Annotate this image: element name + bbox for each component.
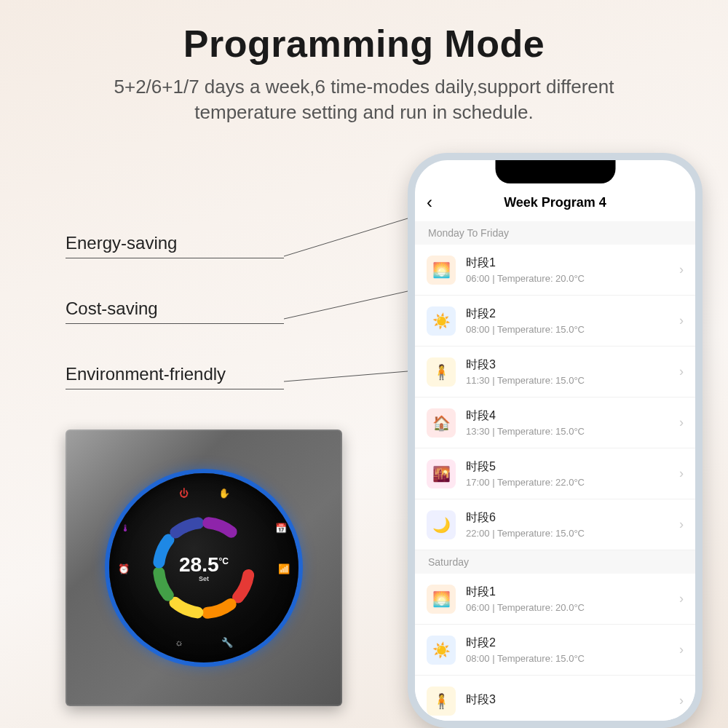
schedule-item-title: 时段1 xyxy=(466,585,675,600)
home-icon: 🏠 xyxy=(427,408,456,438)
schedule-item-title: 时段3 xyxy=(466,357,675,373)
thermostat-device: 28.5°C Set ⏻ ✋ 🌡 📅 ⏰ 📶 ☼ 🔧 xyxy=(66,430,342,706)
schedule-item[interactable]: ☀️时段208:00 | Temperature: 15.0°C› xyxy=(415,296,695,347)
sun-icon: ☀️ xyxy=(427,306,456,336)
chevron-right-icon: › xyxy=(679,517,684,532)
thermostat-dial[interactable]: 28.5°C Set ⏻ ✋ 🌡 📅 ⏰ 📶 ☼ 🔧 xyxy=(109,473,298,662)
schedule-item[interactable]: 🌙时段622:00 | Temperature: 15.0°C› xyxy=(415,499,695,550)
chevron-right-icon: › xyxy=(679,313,684,328)
thermostat-temperature: 28.5°C Set xyxy=(179,553,229,582)
hand-icon: ✋ xyxy=(218,488,230,499)
callout-energy: Energy-saving xyxy=(66,233,284,258)
page-subtitle: 5+2/6+1/7 days a week,6 time-modes daily… xyxy=(80,74,648,125)
schedule-item-detail: 08:00 | Temperature: 15.0°C xyxy=(466,324,675,335)
schedule-item[interactable]: 🧍时段311:30 | Temperature: 15.0°C› xyxy=(415,347,695,397)
chevron-right-icon: › xyxy=(679,364,684,379)
calendar-icon: 📅 xyxy=(275,523,287,534)
schedule-item[interactable]: 🌇时段517:00 | Temperature: 22.0°C› xyxy=(415,448,695,499)
callout-cost: Cost-saving xyxy=(66,298,284,324)
schedule-item[interactable]: 🌅时段106:00 | Temperature: 20.0°C› xyxy=(415,574,695,625)
person-icon: 🧍 xyxy=(427,357,456,387)
sunrise-icon: 🌅 xyxy=(427,585,456,614)
schedule-item[interactable]: 🏠时段413:30 | Temperature: 15.0°C› xyxy=(415,397,695,448)
screen-title: Week Program 4 xyxy=(427,195,684,210)
schedule-item-detail: 13:30 | Temperature: 15.0°C xyxy=(466,426,675,437)
schedule-item-title: 时段2 xyxy=(466,306,675,322)
wifi-icon: 📶 xyxy=(278,563,290,574)
callout-environment: Environment-friendly xyxy=(66,364,284,389)
schedule-item-detail: 06:00 | Temperature: 20.0°C xyxy=(466,602,675,613)
schedule-list[interactable]: Monday To Friday🌅时段106:00 | Temperature:… xyxy=(415,221,695,721)
sunset-icon: 🌇 xyxy=(427,459,456,488)
schedule-item-detail: 08:00 | Temperature: 15.0°C xyxy=(466,653,675,664)
temp-icon: 🌡 xyxy=(121,523,130,534)
schedule-item-title: 时段5 xyxy=(466,459,675,475)
phone-notch xyxy=(495,160,615,183)
chevron-right-icon: › xyxy=(679,591,684,606)
clock-icon: ⏰ xyxy=(118,563,130,574)
schedule-item-title: 时段1 xyxy=(466,256,675,271)
section-header: Saturday xyxy=(415,550,695,574)
settings-icon: 🔧 xyxy=(221,637,233,648)
moon-icon: 🌙 xyxy=(427,510,456,539)
schedule-item[interactable]: 🌅时段106:00 | Temperature: 20.0°C› xyxy=(415,245,695,296)
sunrise-icon: 🌅 xyxy=(427,256,456,285)
section-header: Monday To Friday xyxy=(415,221,695,245)
chevron-right-icon: › xyxy=(679,466,684,481)
schedule-item-detail: 11:30 | Temperature: 15.0°C xyxy=(466,375,675,386)
schedule-item-title: 时段3 xyxy=(466,692,675,708)
schedule-item-detail: 06:00 | Temperature: 20.0°C xyxy=(466,273,675,284)
schedule-item-title: 时段2 xyxy=(466,636,675,651)
power-icon: ⏻ xyxy=(179,488,189,499)
schedule-item-title: 时段4 xyxy=(466,408,675,424)
schedule-item-title: 时段6 xyxy=(466,510,675,526)
chevron-right-icon: › xyxy=(679,415,684,430)
chevron-right-icon: › xyxy=(679,642,684,657)
schedule-item[interactable]: ☀️时段208:00 | Temperature: 15.0°C› xyxy=(415,625,695,676)
chevron-right-icon: › xyxy=(679,262,684,277)
node-icon: ☼ xyxy=(175,637,183,648)
schedule-item-detail: 17:00 | Temperature: 22.0°C xyxy=(466,477,675,488)
phone-mockup: ‹ Week Program 4 Monday To Friday🌅时段106:… xyxy=(408,153,703,728)
chevron-right-icon: › xyxy=(679,693,684,708)
app-header: ‹ Week Program 4 xyxy=(415,186,695,221)
person-icon: 🧍 xyxy=(427,687,456,716)
page-title: Programming Mode xyxy=(0,0,728,66)
sun-icon: ☀️ xyxy=(427,636,456,665)
feature-callouts: Energy-saving Cost-saving Environment-fr… xyxy=(66,233,400,430)
schedule-item-detail: 22:00 | Temperature: 15.0°C xyxy=(466,528,675,539)
schedule-item[interactable]: 🧍时段3› xyxy=(415,676,695,721)
